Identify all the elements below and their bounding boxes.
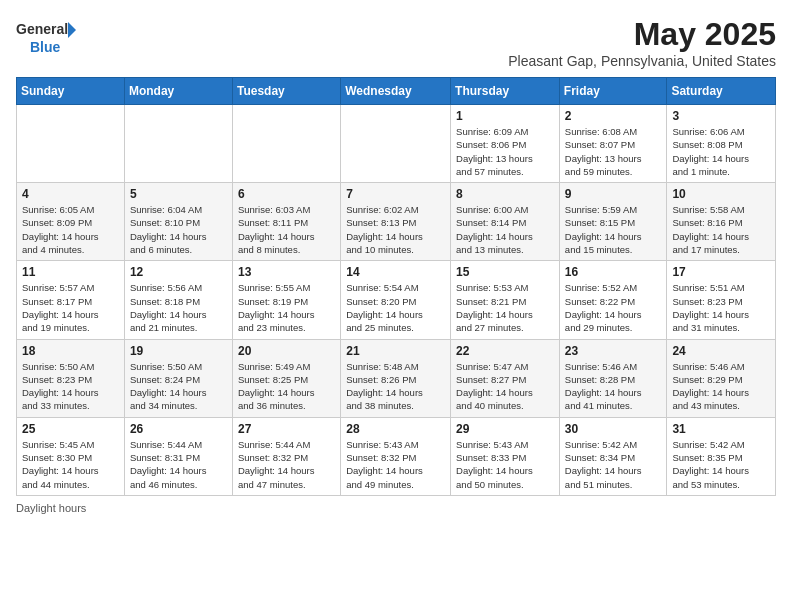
calendar-cell: 16Sunrise: 5:52 AM Sunset: 8:22 PM Dayli… (559, 261, 667, 339)
day-header-tuesday: Tuesday (232, 78, 340, 105)
calendar-cell: 20Sunrise: 5:49 AM Sunset: 8:25 PM Dayli… (232, 339, 340, 417)
day-number: 5 (130, 187, 227, 201)
day-info: Sunrise: 5:45 AM Sunset: 8:30 PM Dayligh… (22, 438, 119, 491)
day-info: Sunrise: 5:59 AM Sunset: 8:15 PM Dayligh… (565, 203, 662, 256)
day-number: 20 (238, 344, 335, 358)
day-number: 14 (346, 265, 445, 279)
day-info: Sunrise: 5:49 AM Sunset: 8:25 PM Dayligh… (238, 360, 335, 413)
calendar-header: SundayMondayTuesdayWednesdayThursdayFrid… (17, 78, 776, 105)
day-header-monday: Monday (124, 78, 232, 105)
day-headers-row: SundayMondayTuesdayWednesdayThursdayFrid… (17, 78, 776, 105)
calendar-cell: 4Sunrise: 6:05 AM Sunset: 8:09 PM Daylig… (17, 183, 125, 261)
calendar-cell: 5Sunrise: 6:04 AM Sunset: 8:10 PM Daylig… (124, 183, 232, 261)
day-info: Sunrise: 5:43 AM Sunset: 8:32 PM Dayligh… (346, 438, 445, 491)
calendar-cell: 22Sunrise: 5:47 AM Sunset: 8:27 PM Dayli… (451, 339, 560, 417)
day-info: Sunrise: 5:47 AM Sunset: 8:27 PM Dayligh… (456, 360, 554, 413)
day-info: Sunrise: 6:06 AM Sunset: 8:08 PM Dayligh… (672, 125, 770, 178)
day-info: Sunrise: 5:43 AM Sunset: 8:33 PM Dayligh… (456, 438, 554, 491)
calendar-cell: 7Sunrise: 6:02 AM Sunset: 8:13 PM Daylig… (341, 183, 451, 261)
week-row-3: 11Sunrise: 5:57 AM Sunset: 8:17 PM Dayli… (17, 261, 776, 339)
calendar-cell: 10Sunrise: 5:58 AM Sunset: 8:16 PM Dayli… (667, 183, 776, 261)
calendar-cell (232, 105, 340, 183)
day-number: 1 (456, 109, 554, 123)
calendar-cell: 17Sunrise: 5:51 AM Sunset: 8:23 PM Dayli… (667, 261, 776, 339)
footer: Daylight hours (16, 502, 776, 514)
day-header-sunday: Sunday (17, 78, 125, 105)
calendar-cell: 6Sunrise: 6:03 AM Sunset: 8:11 PM Daylig… (232, 183, 340, 261)
day-info: Sunrise: 5:56 AM Sunset: 8:18 PM Dayligh… (130, 281, 227, 334)
day-number: 30 (565, 422, 662, 436)
day-info: Sunrise: 6:00 AM Sunset: 8:14 PM Dayligh… (456, 203, 554, 256)
day-number: 15 (456, 265, 554, 279)
day-info: Sunrise: 5:57 AM Sunset: 8:17 PM Dayligh… (22, 281, 119, 334)
week-row-1: 1Sunrise: 6:09 AM Sunset: 8:06 PM Daylig… (17, 105, 776, 183)
day-number: 21 (346, 344, 445, 358)
day-number: 24 (672, 344, 770, 358)
calendar-cell: 9Sunrise: 5:59 AM Sunset: 8:15 PM Daylig… (559, 183, 667, 261)
day-header-saturday: Saturday (667, 78, 776, 105)
calendar-cell: 11Sunrise: 5:57 AM Sunset: 8:17 PM Dayli… (17, 261, 125, 339)
day-number: 22 (456, 344, 554, 358)
logo-svg: GeneralBlue (16, 16, 76, 56)
calendar-cell: 21Sunrise: 5:48 AM Sunset: 8:26 PM Dayli… (341, 339, 451, 417)
calendar-cell (17, 105, 125, 183)
title-block: May 2025 Pleasant Gap, Pennsylvania, Uni… (508, 16, 776, 69)
day-number: 25 (22, 422, 119, 436)
day-info: Sunrise: 5:42 AM Sunset: 8:35 PM Dayligh… (672, 438, 770, 491)
main-title: May 2025 (508, 16, 776, 53)
day-number: 29 (456, 422, 554, 436)
subtitle: Pleasant Gap, Pennsylvania, United State… (508, 53, 776, 69)
day-header-thursday: Thursday (451, 78, 560, 105)
calendar-cell: 14Sunrise: 5:54 AM Sunset: 8:20 PM Dayli… (341, 261, 451, 339)
day-info: Sunrise: 6:05 AM Sunset: 8:09 PM Dayligh… (22, 203, 119, 256)
day-number: 4 (22, 187, 119, 201)
week-row-4: 18Sunrise: 5:50 AM Sunset: 8:23 PM Dayli… (17, 339, 776, 417)
page-header: GeneralBlue May 2025 Pleasant Gap, Penns… (16, 16, 776, 69)
calendar-cell: 19Sunrise: 5:50 AM Sunset: 8:24 PM Dayli… (124, 339, 232, 417)
svg-text:General: General (16, 21, 68, 37)
week-row-2: 4Sunrise: 6:05 AM Sunset: 8:09 PM Daylig… (17, 183, 776, 261)
calendar-cell: 29Sunrise: 5:43 AM Sunset: 8:33 PM Dayli… (451, 417, 560, 495)
calendar-cell: 31Sunrise: 5:42 AM Sunset: 8:35 PM Dayli… (667, 417, 776, 495)
calendar-cell: 23Sunrise: 5:46 AM Sunset: 8:28 PM Dayli… (559, 339, 667, 417)
day-info: Sunrise: 5:51 AM Sunset: 8:23 PM Dayligh… (672, 281, 770, 334)
day-info: Sunrise: 5:44 AM Sunset: 8:32 PM Dayligh… (238, 438, 335, 491)
calendar-cell (341, 105, 451, 183)
day-info: Sunrise: 6:03 AM Sunset: 8:11 PM Dayligh… (238, 203, 335, 256)
day-info: Sunrise: 5:50 AM Sunset: 8:24 PM Dayligh… (130, 360, 227, 413)
day-number: 28 (346, 422, 445, 436)
day-number: 17 (672, 265, 770, 279)
day-info: Sunrise: 6:04 AM Sunset: 8:10 PM Dayligh… (130, 203, 227, 256)
day-info: Sunrise: 5:54 AM Sunset: 8:20 PM Dayligh… (346, 281, 445, 334)
day-info: Sunrise: 6:09 AM Sunset: 8:06 PM Dayligh… (456, 125, 554, 178)
calendar-cell: 12Sunrise: 5:56 AM Sunset: 8:18 PM Dayli… (124, 261, 232, 339)
day-number: 19 (130, 344, 227, 358)
day-number: 26 (130, 422, 227, 436)
day-info: Sunrise: 5:44 AM Sunset: 8:31 PM Dayligh… (130, 438, 227, 491)
day-number: 31 (672, 422, 770, 436)
day-info: Sunrise: 5:55 AM Sunset: 8:19 PM Dayligh… (238, 281, 335, 334)
calendar-cell (124, 105, 232, 183)
day-info: Sunrise: 5:58 AM Sunset: 8:16 PM Dayligh… (672, 203, 770, 256)
svg-text:Blue: Blue (30, 39, 61, 55)
day-number: 2 (565, 109, 662, 123)
day-info: Sunrise: 5:46 AM Sunset: 8:28 PM Dayligh… (565, 360, 662, 413)
day-number: 10 (672, 187, 770, 201)
day-info: Sunrise: 5:50 AM Sunset: 8:23 PM Dayligh… (22, 360, 119, 413)
calendar-cell: 3Sunrise: 6:06 AM Sunset: 8:08 PM Daylig… (667, 105, 776, 183)
day-info: Sunrise: 5:52 AM Sunset: 8:22 PM Dayligh… (565, 281, 662, 334)
day-header-friday: Friday (559, 78, 667, 105)
calendar-cell: 27Sunrise: 5:44 AM Sunset: 8:32 PM Dayli… (232, 417, 340, 495)
week-row-5: 25Sunrise: 5:45 AM Sunset: 8:30 PM Dayli… (17, 417, 776, 495)
day-info: Sunrise: 5:53 AM Sunset: 8:21 PM Dayligh… (456, 281, 554, 334)
day-number: 11 (22, 265, 119, 279)
svg-marker-1 (68, 22, 76, 38)
day-number: 16 (565, 265, 662, 279)
day-info: Sunrise: 6:02 AM Sunset: 8:13 PM Dayligh… (346, 203, 445, 256)
calendar-cell: 25Sunrise: 5:45 AM Sunset: 8:30 PM Dayli… (17, 417, 125, 495)
calendar-cell: 24Sunrise: 5:46 AM Sunset: 8:29 PM Dayli… (667, 339, 776, 417)
calendar-body: 1Sunrise: 6:09 AM Sunset: 8:06 PM Daylig… (17, 105, 776, 496)
day-info: Sunrise: 5:48 AM Sunset: 8:26 PM Dayligh… (346, 360, 445, 413)
calendar-cell: 15Sunrise: 5:53 AM Sunset: 8:21 PM Dayli… (451, 261, 560, 339)
day-info: Sunrise: 5:42 AM Sunset: 8:34 PM Dayligh… (565, 438, 662, 491)
